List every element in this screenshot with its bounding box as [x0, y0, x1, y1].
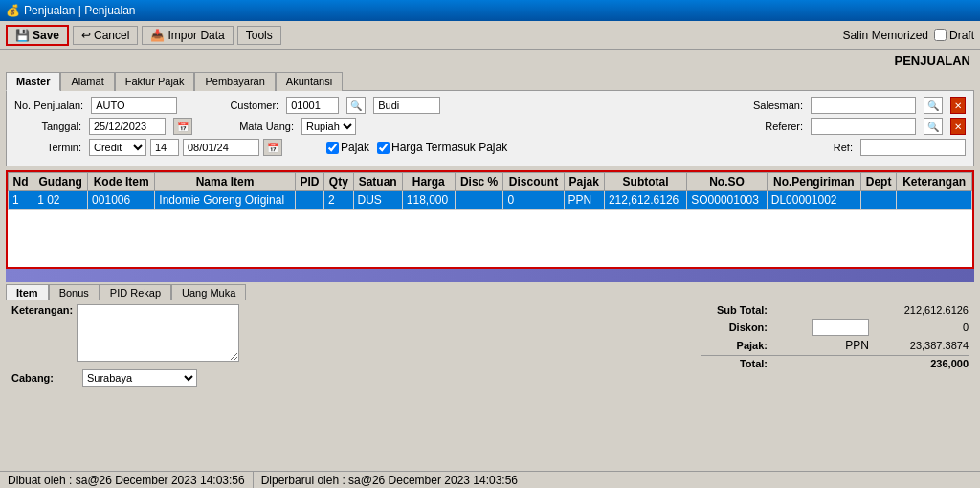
app-icon: 💰	[6, 4, 20, 17]
no-penjualan-input[interactable]	[91, 97, 177, 114]
diperbarui-text: Diperbarui oleh : sa@26 December 2023 14…	[261, 474, 518, 487]
referer-clear-button[interactable]: ✕	[950, 118, 966, 135]
diperbarui-section: Diperbarui oleh : sa@26 December 2023 14…	[254, 472, 525, 488]
dibuat-oleh-section: Dibuat oleh : sa@26 December 2023 14:03:…	[0, 472, 254, 488]
diskon-value: 0	[873, 322, 969, 333]
title-text: Penjualan | Penjualan	[24, 4, 136, 17]
diskon-input-area: 0	[812, 319, 969, 336]
pajak-type-text: PPN	[845, 339, 869, 352]
table-header-row: Nd Gudang Kode Item Nama Item PID Qty Sa…	[9, 173, 972, 191]
customer-label: Customer:	[221, 100, 278, 111]
tanggal-calendar-button[interactable]: 📅	[173, 118, 192, 135]
col-satuan: Satuan	[353, 173, 402, 191]
diskon-row: Diskon: 0	[701, 319, 969, 336]
pajak-type-area: PPN 23,387.3874	[845, 339, 969, 352]
draft-checkbox-label[interactable]: Draft	[934, 29, 974, 42]
cell-nama-item: Indomie Goreng Original	[155, 191, 295, 210]
subtotal-value: 212,612.6126	[873, 304, 969, 316]
horizontal-scrollbar[interactable]	[6, 269, 974, 282]
keterangan-row: Keterangan:	[11, 304, 693, 362]
subtotal-row: Sub Total: 212,612.6126	[701, 304, 969, 316]
cell-satuan: DUS	[353, 191, 402, 210]
import-icon: 📥	[150, 29, 165, 42]
customer-name-input[interactable]	[373, 97, 440, 114]
col-no-so: No.SO	[687, 173, 768, 191]
termin-calendar-button[interactable]: 📅	[263, 139, 282, 156]
pajak-checkbox[interactable]	[326, 142, 339, 154]
tab-akuntansi[interactable]: Akuntansi	[276, 72, 343, 91]
form-row-2: Tanggal: 📅 Mata Uang: Rupiah Referer: 🔍 …	[14, 118, 966, 135]
cell-pajak: PPN	[564, 191, 604, 210]
referer-input[interactable]	[811, 118, 916, 135]
pajak-row: Pajak: PPN 23,387.3874	[701, 339, 969, 352]
keterangan-textarea[interactable]	[77, 304, 239, 362]
customer-search-button[interactable]: 🔍	[346, 97, 366, 114]
cancel-icon: ↩	[81, 29, 91, 42]
cabang-select[interactable]: Surabaya	[82, 369, 197, 387]
no-penjualan-label: No. Penjualan:	[14, 100, 83, 111]
draft-checkbox[interactable]	[934, 29, 947, 41]
mata-uang-label: Mata Uang:	[236, 121, 294, 132]
harga-termasuk-pajak-checkbox[interactable]	[377, 142, 390, 154]
data-table-area: Nd Gudang Kode Item Nama Item PID Qty Sa…	[6, 170, 974, 269]
totals-section: Sub Total: 212,612.6126 Diskon: 0 Pajak:…	[701, 304, 969, 387]
tools-button[interactable]: Tools	[237, 26, 281, 45]
salin-memorized-label: Salin Memorized	[843, 29, 928, 42]
cell-harga: 118,000	[402, 191, 455, 210]
col-kode-item: Kode Item	[88, 173, 155, 191]
termin-row: Credit 📅	[89, 139, 282, 156]
cell-kode-item: 001006	[88, 191, 155, 210]
salesman-input[interactable]	[811, 97, 916, 114]
title-bar: 💰 Penjualan | Penjualan	[0, 0, 980, 21]
page-title: PENJUALAN	[6, 54, 974, 68]
bottom-tab-item[interactable]: Item	[6, 284, 49, 300]
salesman-clear-button[interactable]: ✕	[950, 97, 966, 114]
referer-search-button[interactable]: 🔍	[924, 118, 943, 135]
pajak-total-label: Pajak:	[701, 340, 768, 351]
col-nd: Nd	[9, 173, 33, 191]
bottom-area: Keterangan: Cabang: Surabaya Sub Total: …	[6, 300, 974, 390]
bottom-tab-bonus[interactable]: Bonus	[49, 284, 100, 300]
harga-termasuk-pajak-checkbox-label[interactable]: Harga Termasuk Pajak	[377, 141, 507, 154]
bottom-tab-pid-rekap[interactable]: PID Rekap	[100, 284, 171, 300]
cell-pid	[295, 191, 323, 210]
ref-input[interactable]	[860, 139, 966, 156]
pajak-value: 23,387.3874	[873, 340, 969, 351]
customer-code-input[interactable]	[286, 97, 339, 114]
table-empty-row	[9, 210, 972, 267]
cell-keterangan	[897, 191, 972, 210]
salesman-search-button[interactable]: 🔍	[924, 97, 943, 114]
tab-alamat[interactable]: Alamat	[60, 72, 114, 91]
bottom-tabs: Item Bonus PID Rekap Uang Muka	[6, 284, 974, 300]
tanggal-label: Tanggal:	[14, 121, 81, 132]
import-data-button[interactable]: 📥 Impor Data	[142, 26, 233, 45]
total-row-final: Total: 236,000	[701, 355, 969, 369]
cell-nd: 1	[9, 191, 33, 210]
termin-days-input[interactable]	[150, 139, 179, 156]
cell-subtotal: 212,612.6126	[604, 191, 686, 210]
cell-no-so: SO00001003	[687, 191, 768, 210]
total-value: 236,000	[873, 358, 969, 369]
main-area: PENJUALAN Master Alamat Faktur Pajak Pem…	[0, 50, 980, 394]
diskon-input[interactable]	[812, 319, 869, 336]
tab-content-master: No. Penjualan: Customer: 🔍 Salesman: 🔍 ✕…	[6, 90, 974, 166]
cabang-row: Cabang: Surabaya	[11, 369, 693, 387]
cancel-button[interactable]: ↩ Cancel	[73, 26, 138, 45]
termin-select[interactable]: Credit	[89, 139, 146, 156]
bottom-tab-uang-muka[interactable]: Uang Muka	[171, 284, 246, 300]
tab-master[interactable]: Master	[6, 72, 60, 91]
col-nama-item: Nama Item	[155, 173, 295, 191]
col-pid: PID	[295, 173, 323, 191]
subtotal-label: Sub Total:	[701, 304, 768, 316]
mata-uang-select[interactable]: Rupiah	[301, 118, 356, 135]
toolbar: 💾 Save ↩ Cancel 📥 Impor Data Tools Salin…	[0, 21, 980, 50]
table-row[interactable]: 1 1 02 001006 Indomie Goreng Original 2 …	[9, 191, 972, 210]
diskon-label: Diskon:	[701, 322, 768, 333]
save-button[interactable]: 💾 Save	[6, 25, 69, 46]
pajak-checkbox-label[interactable]: Pajak	[326, 141, 369, 154]
tab-pembayaran[interactable]: Pembayaran	[194, 72, 275, 91]
tab-faktur-pajak[interactable]: Faktur Pajak	[115, 72, 195, 91]
total-label: Total:	[701, 358, 768, 369]
termin-date-input[interactable]	[183, 139, 259, 156]
tanggal-input[interactable]	[89, 118, 166, 135]
